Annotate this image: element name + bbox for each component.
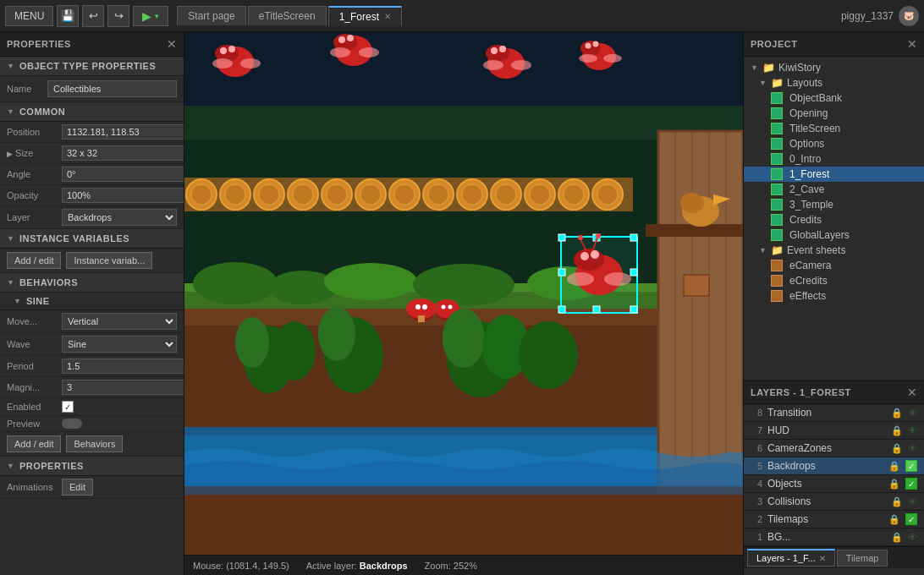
canvas-viewport[interactable]	[184, 32, 743, 555]
layer-eye-1[interactable]: 👁	[908, 532, 917, 542]
layer-lock-7[interactable]: 🔒	[891, 425, 903, 436]
sine-subsection-header[interactable]: ▼ SINE	[0, 293, 184, 310]
common-section-header[interactable]: ▼ COMMON	[0, 102, 184, 122]
svg-rect-9	[184, 486, 743, 555]
layers-tab-close[interactable]: ✕	[819, 554, 826, 563]
layer-lock-1[interactable]: 🔒	[891, 532, 903, 543]
tree-item-0intro[interactable]: 0_Intro	[744, 151, 924, 167]
instance-vars-instance-button[interactable]: Instance variab...	[66, 252, 152, 269]
tree-item-objectbank[interactable]: ObjectBank	[744, 90, 924, 106]
opening-layout-icon	[771, 107, 783, 119]
tree-item-ecamera[interactable]: eCamera	[744, 258, 924, 273]
tree-item-eeffects[interactable]: eEffects	[744, 288, 924, 304]
layer-row-camerazones[interactable]: 6 CameraZones 🔒 👁	[744, 440, 924, 457]
svg-point-12	[191, 184, 212, 205]
layer-name-transition: Transition	[767, 407, 886, 419]
layer-eye-check-4[interactable]: ✓	[905, 478, 917, 490]
layers-panel-header: LAYERS - 1_FOREST ✕	[744, 381, 924, 404]
properties-section-header[interactable]: ▼ PROPERTIES	[0, 457, 184, 476]
layer-lock-5[interactable]: 🔒	[888, 461, 900, 472]
layer-row-bg[interactable]: 1 BG... 🔒 👁	[744, 528, 924, 546]
period-input[interactable]	[62, 359, 184, 374]
tree-layouts-folder[interactable]: ▼ 📁 Layouts	[744, 75, 924, 90]
tab-forest[interactable]: 1_Forest ✕	[328, 6, 402, 26]
layer-row-hud[interactable]: 7 HUD 🔒 👁	[744, 422, 924, 440]
layer-lock-4[interactable]: 🔒	[888, 479, 900, 490]
edit-button[interactable]: Edit	[62, 479, 93, 496]
tree-item-1forest[interactable]: 1_Forest	[744, 167, 924, 182]
svg-point-84	[579, 54, 597, 63]
behaviors-section-header[interactable]: ▼ BEHAVIORS	[0, 273, 184, 293]
tree-item-ecredits[interactable]: eCredits	[744, 273, 924, 288]
layer-eye-3[interactable]: 👁	[908, 496, 917, 507]
layer-eye-check-2[interactable]: ✓	[905, 513, 917, 525]
svg-point-34	[564, 184, 584, 205]
instance-vars-add-edit-button[interactable]: Add / edit	[7, 252, 61, 269]
tree-item-options[interactable]: Options	[744, 136, 924, 151]
project-panel-close[interactable]: ✕	[907, 37, 917, 51]
layer-lock-8[interactable]: 🔒	[891, 408, 903, 419]
tree-root[interactable]: ▼ 📁 KiwiStory	[744, 60, 924, 75]
tree-item-3temple[interactable]: 3_Temple	[744, 197, 924, 212]
tab-close-icon[interactable]: ✕	[384, 12, 391, 21]
bottom-tab-layers[interactable]: Layers - 1_F... ✕	[747, 549, 835, 567]
layer-row-objects[interactable]: 4 Objects 🔒 ✓	[744, 475, 924, 493]
object-type-section-header[interactable]: ▼ OBJECT TYPE PROPERTIES	[0, 57, 184, 76]
layer-name-hud: HUD	[767, 424, 886, 436]
size-input[interactable]	[62, 145, 184, 161]
preview-toggle[interactable]	[62, 419, 82, 429]
layer-row-collisions[interactable]: 3 Collisions 🔒 👁	[744, 493, 924, 511]
tree-event-sheets-folder[interactable]: ▼ 📁 Event sheets	[744, 243, 924, 258]
redo-button[interactable]: ↪	[107, 5, 129, 27]
layer-name-objects: Objects	[767, 478, 883, 490]
menu-button[interactable]: MENU	[5, 6, 53, 26]
layer-eye-7[interactable]: 👁	[908, 425, 917, 435]
layer-lock-2[interactable]: 🔒	[888, 514, 900, 525]
layer-row-backdrops[interactable]: 5 Backdrops 🔒 ✓	[744, 457, 924, 475]
move-select[interactable]: Vertical	[62, 313, 177, 330]
opacity-input[interactable]	[62, 188, 184, 203]
magni-input[interactable]	[62, 380, 184, 395]
tree-item-titlescreen[interactable]: TitleScreen	[744, 121, 924, 136]
layer-lock-6[interactable]: 🔒	[891, 443, 903, 454]
left-panel-header: PROPERTIES ✕	[0, 32, 184, 57]
tree-item-2cave[interactable]: 2_Cave	[744, 182, 924, 197]
bottom-tab-tilemap[interactable]: Tilemap	[837, 550, 888, 567]
layer-name-backdrops: Backdrops	[767, 460, 883, 472]
instance-vars-section-header[interactable]: ▼ INSTANCE VARIABLES	[0, 229, 184, 249]
main-layout: PROPERTIES ✕ ▼ OBJECT TYPE PROPERTIES Na…	[0, 32, 924, 575]
undo-button[interactable]: ↩	[82, 5, 104, 27]
move-label: Move...	[7, 316, 62, 326]
layer-eye-6[interactable]: 👁	[908, 443, 917, 453]
layer-row-transition[interactable]: 8 Transition 🔒 👁	[744, 404, 924, 422]
instance-vars-btn-row: Add / edit Instance variab...	[0, 249, 184, 273]
enabled-checkbox[interactable]: ✓	[62, 401, 74, 413]
save-button[interactable]: 💾	[57, 5, 79, 27]
name-input[interactable]	[47, 80, 177, 97]
tree-item-globallayers[interactable]: GlobalLayers	[744, 227, 924, 243]
play-button[interactable]: ▶ ▾	[133, 6, 168, 26]
tab-title-screen[interactable]: eTitleScreen	[248, 6, 327, 25]
behaviors-btn-row: Add / edit Behaviors	[0, 432, 184, 457]
svg-point-20	[327, 184, 347, 205]
position-input[interactable]	[62, 124, 184, 140]
left-panel-close[interactable]: ✕	[167, 37, 177, 51]
tab-start-page[interactable]: Start page	[177, 6, 245, 25]
tree-item-opening[interactable]: Opening	[744, 106, 924, 121]
layers-panel-close[interactable]: ✕	[907, 386, 917, 399]
layer-select[interactable]: Backdrops	[62, 209, 177, 226]
layer-row-tilemaps[interactable]: 2 Tilemaps 🔒 ✓	[744, 511, 924, 528]
layer-eye-check-5[interactable]: ✓	[905, 460, 917, 472]
angle-input[interactable]	[62, 167, 184, 182]
svg-point-28	[462, 184, 482, 205]
layer-row: Layer Backdrops	[0, 206, 184, 229]
svg-rect-37	[658, 131, 743, 486]
layers-panel-title: LAYERS - 1_FOREST	[751, 387, 851, 397]
behaviors-add-edit-button[interactable]: Add / edit	[7, 435, 61, 452]
svg-point-50	[324, 263, 417, 300]
tree-item-credits[interactable]: Credits	[744, 212, 924, 227]
wave-select[interactable]: Sine	[62, 336, 177, 353]
behaviors-behaviors-button[interactable]: Behaviors	[66, 435, 123, 452]
layer-lock-3[interactable]: 🔒	[891, 496, 903, 507]
layer-eye-8[interactable]: 👁	[908, 408, 917, 418]
